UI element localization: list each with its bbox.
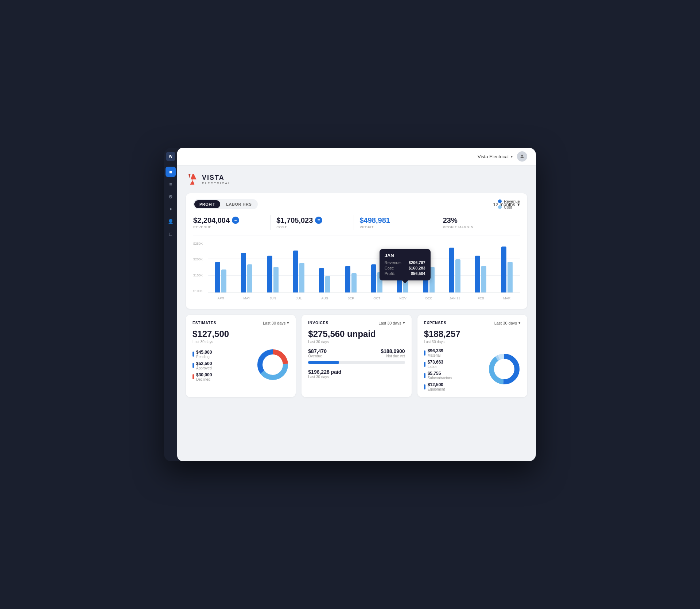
company-selector[interactable]: Vista Electrical ▾: [478, 154, 513, 159]
estimates-main-value: $127,500: [192, 329, 289, 339]
profit-value: $498,981: [360, 216, 431, 225]
stat-revenue: $2,204,004 − REVENUE: [193, 216, 270, 229]
x-label: OCT: [364, 295, 390, 300]
nav-user-icon[interactable]: 👤: [166, 216, 176, 226]
legend-cost: Cost: [498, 205, 520, 209]
revenue-value: $2,204,004 −: [193, 216, 264, 225]
tooltip-revenue-label: Revenue:: [385, 260, 402, 265]
legend-declined: $30,000 Declined: [192, 372, 252, 381]
not-due-label: Not due yet: [381, 354, 405, 358]
bar-group[interactable]: [208, 262, 234, 292]
profit-label: PROFIT: [360, 225, 431, 229]
chart-header: PROFIT LABOR HRS 12 months ▾: [193, 199, 520, 209]
x-label: SEP: [338, 295, 364, 300]
tab-profit[interactable]: PROFIT: [194, 200, 220, 208]
revenue-bar: [319, 268, 324, 292]
estimates-card-header: ESTIMATES Last 30 days ▾: [192, 321, 289, 325]
x-label: FEB: [468, 295, 494, 300]
legend-subcontractors: $5,755 Subcontractors: [424, 371, 483, 380]
bar-group[interactable]: [260, 256, 286, 292]
revenue-bar: [241, 253, 246, 292]
expenses-card-body: $96,339 Material $73,663 Labor: [424, 348, 521, 391]
legend-equipment: $12,500 Equipment: [424, 382, 483, 391]
chevron-down-icon: ▾: [287, 321, 289, 325]
invoice-progress-track: [308, 361, 405, 364]
body-area: VISTA ELECTRICAL PROFIT LABOR HRS 12 mon…: [177, 166, 536, 461]
bar-group[interactable]: [338, 266, 364, 292]
tooltip-cost-value: $160,283: [409, 266, 425, 270]
logo-text: VISTA: [202, 174, 231, 182]
equals-badge: =: [315, 217, 322, 224]
bar-group[interactable]: [468, 256, 494, 292]
bar-group[interactable]: [312, 268, 338, 292]
pending-bar-icon: [192, 352, 194, 357]
tooltip-revenue-value: $206,787: [409, 260, 425, 265]
x-label: APR: [208, 295, 234, 300]
invoices-unpaid-sub: Last 30 days: [308, 340, 405, 344]
x-label: NOV: [390, 295, 416, 300]
top-header: Vista Electrical ▾: [177, 148, 536, 166]
paid-label: Last 30 days: [308, 375, 405, 379]
stat-cost: $1,705,023 = COST: [271, 216, 353, 229]
estimates-main-sub: Last 30 days: [192, 340, 289, 344]
legend-labor: $73,663 Labor: [424, 360, 483, 369]
not-due-amount: $188,0900: [381, 348, 405, 354]
revenue-bar: [345, 266, 350, 292]
chart-tooltip: JAN Revenue: $206,787 Cost: $160,283 Pro…: [380, 249, 431, 280]
paid-section: $196,228 paid Last 30 days: [308, 369, 405, 379]
expenses-period[interactable]: Last 30 days ▾: [494, 321, 521, 325]
cost-bar: [351, 273, 357, 292]
cost-bar: [221, 269, 226, 292]
tooltip-profit-value: $56,504: [411, 271, 425, 276]
subcontractors-bar-icon: [424, 373, 425, 378]
revenue-bar: [475, 256, 480, 292]
bar-group[interactable]: [442, 248, 468, 292]
minus-badge: −: [232, 217, 239, 224]
expenses-card: EXPENSES Last 30 days ▾ $188,257 Last 30…: [417, 315, 527, 397]
chart-legend: Revenue Cost: [498, 199, 520, 209]
legend-material: $96,339 Material: [424, 348, 483, 357]
nav-dashboard-icon[interactable]: ■: [166, 167, 176, 177]
nav-list-icon[interactable]: ≡: [166, 179, 176, 189]
estimates-donut: [256, 348, 289, 383]
logo-sub: ELECTRICAL: [202, 182, 231, 185]
estimates-period[interactable]: Last 30 days ▾: [263, 321, 289, 325]
revenue-bar: [267, 256, 272, 292]
invoices-unpaid-value: $275,560 unpaid: [308, 329, 405, 339]
nav-settings-icon[interactable]: ⚙: [166, 191, 176, 202]
chevron-down-icon: ▾: [403, 321, 405, 325]
user-avatar[interactable]: [517, 151, 527, 162]
nav-box-icon[interactable]: □: [166, 229, 176, 239]
expenses-title: EXPENSES: [424, 321, 447, 325]
x-labels: APRMAYJUNJULAUGSEPOCTNOVDECJAN 21FEBMAR: [208, 295, 520, 300]
revenue-bar: [449, 248, 454, 292]
labor-bar-icon: [424, 362, 425, 367]
cost-value: $1,705,023 =: [276, 216, 347, 225]
bar-group[interactable]: [234, 253, 260, 292]
invoices-period[interactable]: Last 30 days ▾: [378, 321, 405, 325]
tooltip-cost-label: Cost:: [385, 266, 394, 270]
cost-bar: [481, 266, 486, 292]
revenue-bar: [293, 251, 298, 292]
invoice-amounts: $87,470 Overdue $188,0900 Not due yet: [308, 348, 405, 358]
tab-labor[interactable]: LABOR HRS: [221, 200, 257, 208]
expenses-main-value: $188,257: [424, 329, 521, 339]
tooltip-title: JAN: [385, 253, 425, 258]
cost-bar: [247, 264, 252, 292]
cost-bar: [455, 259, 460, 292]
revenue-legend-dot: [498, 199, 502, 203]
material-bar-icon: [424, 350, 425, 356]
bar-group[interactable]: [286, 251, 312, 292]
x-label: DEC: [416, 295, 442, 300]
bottom-cards-row: ESTIMATES Last 30 days ▾ $127,500 Last 3…: [186, 315, 527, 397]
overdue-group: $87,470 Overdue: [308, 348, 327, 358]
cost-label: COST: [276, 225, 347, 229]
paid-amount: $196,228 paid: [308, 369, 405, 375]
tooltip-revenue-row: Revenue: $206,787: [385, 260, 425, 265]
invoices-title: INVOICES: [308, 321, 328, 325]
nav-tools-icon[interactable]: ✦: [166, 204, 176, 214]
chevron-down-icon: ▾: [518, 321, 521, 325]
legend-approved: $52,500 Approved: [192, 361, 252, 370]
stat-margin: 23% PROFIT MARGIN: [437, 216, 520, 229]
bar-group[interactable]: [494, 247, 520, 292]
